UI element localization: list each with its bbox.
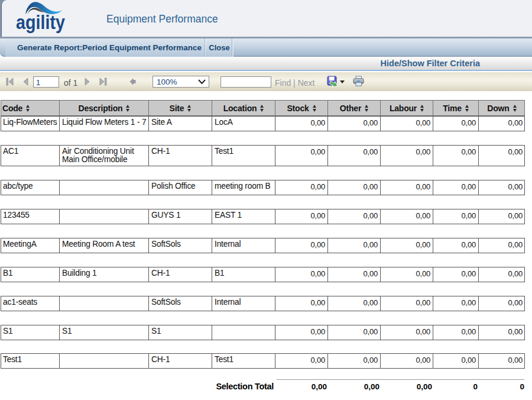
svg-text:agility: agility [16,11,66,33]
